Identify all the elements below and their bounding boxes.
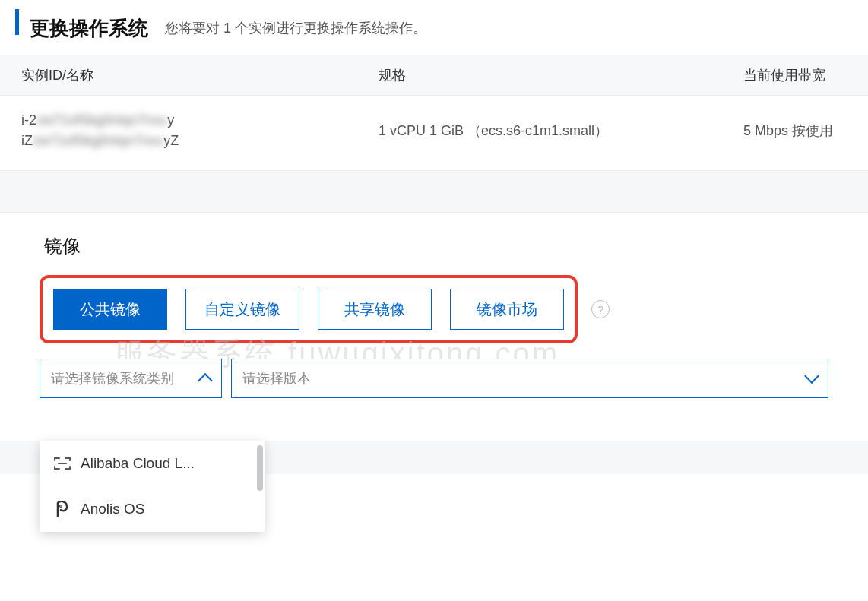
chevron-down-icon: [804, 369, 819, 384]
instance-table: 实例ID/名称 规格 当前使用带宽 i-2 zw71ofSkg0ntqn7nxu…: [0, 55, 868, 170]
dropdown-item-anolis-os[interactable]: Anolis OS: [40, 486, 265, 532]
dropdown-item-label: Alibaba Cloud L...: [81, 455, 195, 472]
os-version-select[interactable]: 请选择版本: [231, 359, 828, 398]
instance-name-prefix: iZ: [21, 133, 33, 149]
section-divider: [0, 170, 868, 213]
tab-custom-image[interactable]: 自定义镜像: [185, 289, 299, 330]
image-type-tabs-highlight: 公共镜像 自定义镜像 共享镜像 镜像市场: [40, 275, 578, 343]
instance-id-prefix: i-2: [21, 112, 36, 128]
cell-instance-id: i-2 zw71ofSkg0ntqn7nxu y iZ zw71ofSkg0nt…: [21, 112, 379, 149]
chevron-up-icon: [198, 373, 213, 388]
th-bandwidth: 当前使用带宽: [743, 66, 847, 84]
instance-id-blurred: zw71ofSkg0ntqn7nxu: [36, 112, 167, 128]
instance-id-suffix: y: [167, 112, 174, 128]
th-spec: 规格: [379, 66, 743, 84]
bracket-icon: [53, 454, 71, 473]
tab-shared-image[interactable]: 共享镜像: [318, 289, 432, 330]
scrollbar-thumb[interactable]: [257, 445, 263, 491]
help-icon[interactable]: ?: [591, 300, 610, 318]
section-title-image: 镜像: [44, 234, 828, 258]
cell-bandwidth: 5 Mbps 按使用: [743, 122, 847, 140]
instance-name-blurred: zw71ofSkg0ntqn7nxu: [33, 133, 163, 149]
svg-point-0: [60, 505, 62, 508]
page-header: 更换操作系统 您将要对 1 个实例进行更换操作系统操作。: [0, 0, 868, 55]
image-section: 镜像 服务器系统 fuwuqixitong.com 公共镜像 自定义镜像 共享镜…: [0, 213, 868, 398]
table-header-row: 实例ID/名称 规格 当前使用带宽: [0, 55, 868, 95]
page-title: 更换操作系统: [30, 15, 148, 42]
tab-public-image[interactable]: 公共镜像: [53, 289, 167, 330]
cell-spec: 1 vCPU 1 GiB （ecs.s6-c1m1.small）: [379, 122, 743, 140]
instance-name-suffix: yZ: [163, 133, 179, 149]
p-icon: [53, 500, 71, 518]
dropdown-item-label: Anolis OS: [81, 501, 144, 517]
header-accent-bar: [15, 9, 19, 35]
tab-marketplace-image[interactable]: 镜像市场: [450, 289, 564, 330]
table-row: i-2 zw71ofSkg0ntqn7nxu y iZ zw71ofSkg0nt…: [0, 95, 868, 170]
th-instance-id: 实例ID/名称: [21, 66, 379, 84]
os-category-placeholder: 请选择镜像系统类别: [51, 369, 174, 387]
page-subtitle: 您将要对 1 个实例进行更换操作系统操作。: [165, 14, 426, 37]
os-category-select[interactable]: 请选择镜像系统类别: [40, 359, 222, 398]
os-version-placeholder: 请选择版本: [242, 369, 311, 387]
os-category-dropdown: Alibaba Cloud L... Anolis OS: [40, 441, 265, 532]
dropdown-item-alibaba-linux[interactable]: Alibaba Cloud L...: [40, 441, 265, 486]
